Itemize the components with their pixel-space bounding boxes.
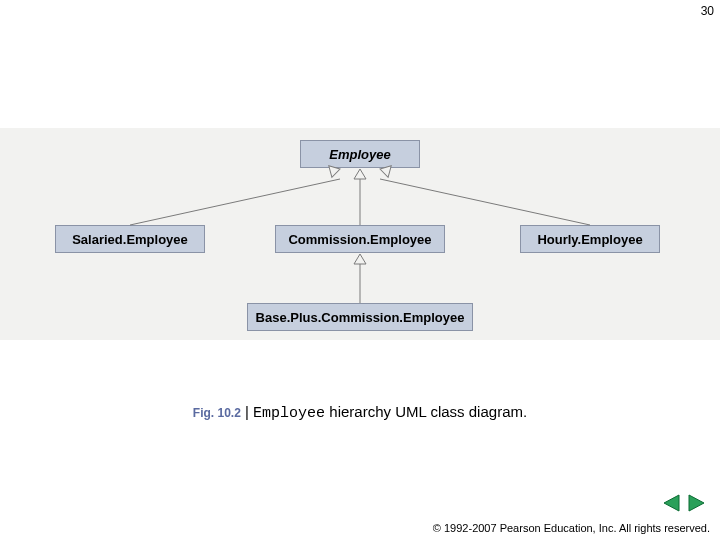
uml-class-base-plus-commission-employee: Base.Plus.Commission.Employee	[247, 303, 473, 331]
nav-arrows	[662, 494, 706, 516]
uml-class-employee: Employee	[300, 140, 420, 168]
svg-marker-6	[689, 495, 704, 511]
prev-icon[interactable]	[662, 494, 682, 512]
page-number: 30	[701, 4, 714, 18]
figure-caption: Fig. 10.2 | Employee hierarchy UML class…	[0, 403, 720, 422]
svg-marker-5	[664, 495, 679, 511]
uml-class-salaried-employee: Salaried.Employee	[55, 225, 205, 253]
copyright-text: © 1992-2007 Pearson Education, Inc. All …	[433, 522, 710, 534]
next-icon[interactable]	[686, 494, 706, 512]
caption-code: Employee	[253, 405, 325, 422]
figure-label: Fig. 10.2	[193, 406, 241, 420]
uml-class-hourly-employee: Hourly.Employee	[520, 225, 660, 253]
uml-class-commission-employee: Commission.Employee	[275, 225, 445, 253]
caption-rest: hierarchy UML class diagram.	[325, 403, 527, 420]
caption-sep: |	[241, 403, 253, 420]
